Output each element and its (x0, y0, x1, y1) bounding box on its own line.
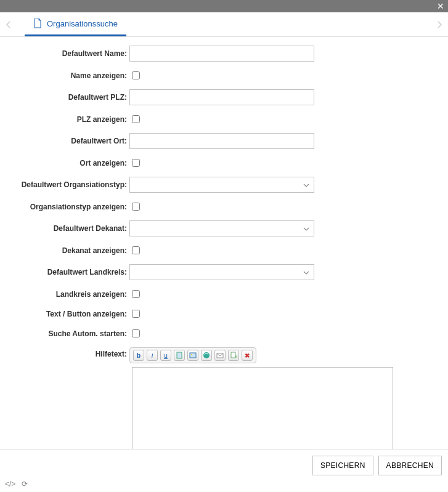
landkreis-show-label: Landkreis anzeigen: (18, 290, 129, 299)
underline-icon[interactable]: u (160, 350, 171, 361)
name-show-checkbox[interactable] (132, 71, 140, 79)
orgtype-show-checkbox[interactable] (132, 203, 140, 211)
default-orgtype-label: Defaultwert Organsiationstyp: (18, 180, 129, 189)
default-ort-label: Defaultwert Ort: (18, 137, 129, 145)
close-icon[interactable]: ✕ (437, 1, 444, 11)
delete-icon[interactable]: ✖ (242, 350, 253, 361)
page-add-icon[interactable]: + (228, 350, 239, 361)
document-insert-icon[interactable] (174, 350, 185, 361)
default-name-label: Defaultwert Name: (18, 49, 129, 58)
landkreis-show-checkbox[interactable] (132, 290, 140, 298)
cancel-button[interactable]: ABBRECHEN (378, 456, 442, 475)
dekanat-show-checkbox[interactable] (132, 246, 140, 254)
svg-rect-0 (177, 352, 182, 358)
svg-point-2 (191, 354, 192, 355)
tab-organisationssuche[interactable]: Organisationssuche (25, 12, 126, 36)
italic-icon[interactable]: i (147, 350, 158, 361)
name-show-label: Name anzeigen: (18, 71, 129, 80)
title-bar: ✕ (0, 0, 448, 12)
auto-search-checkbox[interactable] (132, 329, 140, 337)
plz-show-checkbox[interactable] (132, 115, 140, 123)
mail-insert-icon[interactable] (214, 350, 226, 361)
tab-next-arrow-icon[interactable] (434, 20, 444, 30)
default-orgtype-select[interactable] (129, 177, 314, 193)
default-dekanat-label: Defaultwert Dekanat: (18, 224, 129, 233)
default-landkreis-select[interactable] (129, 264, 314, 280)
link-insert-icon[interactable] (201, 350, 212, 361)
default-dekanat-select[interactable] (129, 220, 314, 236)
helptext-label: Hilfetext: (18, 347, 129, 358)
dekanat-show-label: Dekanat anzeigen: (18, 246, 129, 255)
tab-strip: Organisationssuche (0, 12, 448, 37)
document-icon (33, 18, 42, 28)
default-ort-input[interactable] (129, 133, 314, 149)
default-landkreis-label: Defaultwert Landkreis: (18, 268, 129, 276)
ort-show-checkbox[interactable] (132, 159, 140, 167)
orgtype-show-label: Organsiationstyp anzeigen: (18, 203, 129, 211)
plz-show-label: PLZ anzeigen: (18, 115, 129, 124)
tab-title: Organisationssuche (47, 19, 118, 28)
ort-show-label: Ort anzeigen: (18, 159, 129, 167)
default-name-input[interactable] (129, 46, 314, 62)
svg-rect-1 (190, 353, 196, 358)
helptext-textarea[interactable] (132, 367, 393, 449)
rte-toolbar: b i u + ✖ (129, 347, 256, 363)
form-scroll-area[interactable]: Defaultwert Name: Name anzeigen: Default… (0, 37, 448, 449)
refresh-icon[interactable]: ⟳ (22, 480, 28, 488)
text-button-show-label: Text / Button anzeigen: (18, 310, 129, 318)
footer: SPEICHERN ABBRECHEN </> ⟳ (0, 449, 448, 492)
default-plz-label: Defaultwert PLZ: (18, 93, 129, 102)
auto-search-label: Suche Autom. starten: (18, 329, 129, 338)
image-insert-icon[interactable] (187, 350, 198, 361)
text-button-show-checkbox[interactable] (132, 310, 140, 318)
save-button[interactable]: SPEICHERN (312, 456, 373, 475)
bold-icon[interactable]: b (133, 350, 144, 361)
tab-prev-arrow-icon[interactable] (4, 20, 14, 30)
svg-text:+: + (235, 355, 237, 359)
code-view-icon[interactable]: </> (5, 480, 15, 488)
default-plz-input[interactable] (129, 89, 314, 105)
